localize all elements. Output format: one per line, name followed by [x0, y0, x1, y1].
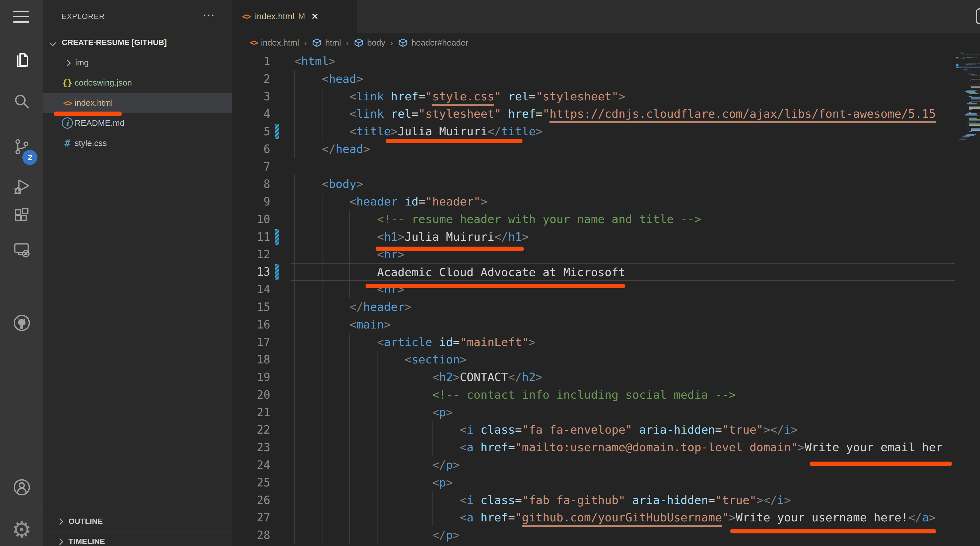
indent-guide [294, 264, 295, 280]
tree-item-index-html[interactable]: <>index.htmlM [43, 93, 232, 113]
code-line[interactable]: <section> [291, 351, 955, 368]
line-number[interactable]: 18 [232, 351, 291, 368]
code-line[interactable]: <link href="style.css" rel="stylesheet"> [291, 88, 955, 105]
code-line[interactable] [291, 158, 955, 175]
code-line[interactable]: <header id="header"> [291, 193, 955, 210]
breadcrumb-label: body [367, 38, 385, 48]
line-number[interactable]: 9 [232, 193, 291, 210]
line-number[interactable]: 2 [232, 70, 291, 88]
line-number[interactable]: 6 [232, 140, 291, 158]
code-line[interactable]: <i class="fab fa-github" aria-hidden="tr… [291, 492, 955, 509]
line-number[interactable]: 16 [232, 316, 291, 334]
line-number[interactable]: 15 [232, 298, 291, 316]
more-actions-icon[interactable]: ⋯ [203, 8, 215, 22]
section-outline[interactable]: OUTLINE [43, 511, 232, 532]
line-number[interactable]: 10 [232, 210, 291, 228]
code-line[interactable]: <body> [291, 175, 955, 193]
activity-item-explorer[interactable] [0, 45, 43, 75]
tab-index-html[interactable]: <> index.html M ✕ [232, 0, 357, 33]
line-number[interactable]: 27 [232, 509, 291, 527]
code-line[interactable]: Academic Cloud Advocate at Microsoft [291, 263, 955, 281]
code-line[interactable]: </header> [291, 298, 955, 316]
code-line[interactable]: <a href="mailto:username@domain.top-leve… [291, 439, 955, 456]
breadcrumb-item[interactable]: <>index.html [250, 38, 299, 48]
line-number[interactable]: 8 [232, 175, 291, 193]
editor-action-icon[interactable] [976, 8, 980, 24]
code-line[interactable]: <h2>CONTACT</h2> [291, 368, 955, 386]
indent-guide [349, 210, 350, 228]
code-line[interactable]: <article id="mainLeft"> [291, 334, 955, 351]
line-number[interactable]: 22 [232, 421, 291, 439]
tree-item-codeswing-json[interactable]: {}codeswing.jsonA [43, 73, 232, 93]
tree-root-folder[interactable]: CREATE-RESUME [GITHUB] [43, 32, 232, 53]
close-icon[interactable]: ✕ [311, 11, 319, 22]
menu-icon[interactable] [13, 11, 29, 27]
activity-item-extensions[interactable] [0, 200, 43, 231]
line-number[interactable]: 17 [232, 334, 291, 351]
editor-gutter[interactable]: 1234567891011121314151617181920212223242… [232, 53, 291, 544]
line-number[interactable]: 14 [232, 281, 291, 298]
code-line[interactable]: <title>Julia Muiruri</title> [291, 123, 955, 140]
line-number[interactable]: 7 [232, 158, 291, 175]
code-line[interactable]: <!-- resume header with your name and ti… [291, 210, 955, 228]
activity-item-source-control[interactable]: 2 [0, 131, 43, 162]
line-number[interactable]: 28 [232, 527, 291, 544]
section-timeline[interactable]: TIMELINE [43, 531, 232, 546]
line-number[interactable]: 21 [232, 404, 291, 421]
indent-guide [349, 334, 350, 351]
line-number[interactable]: 4 [232, 105, 291, 123]
tree-item-img[interactable]: img [43, 53, 232, 73]
activity-item-github[interactable] [0, 307, 43, 338]
breadcrumb-item[interactable]: html [311, 37, 341, 48]
code-line[interactable]: <p> [291, 404, 955, 421]
activity-item-remote-explorer[interactable] [0, 235, 43, 266]
line-number[interactable]: 24 [232, 456, 291, 474]
line-number[interactable]: 19 [232, 368, 291, 386]
code-line[interactable]: <!-- contact info including social media… [291, 386, 955, 404]
indent-guide [322, 105, 323, 123]
code-line[interactable]: <hr> [291, 281, 955, 298]
code-line[interactable]: <link rel="stylesheet" href="https://cdn… [291, 105, 955, 123]
code-pane[interactable]: <html> <head> <link href="style.css" rel… [291, 53, 955, 546]
code-line[interactable]: <p> [291, 474, 955, 492]
code-line[interactable]: <i class="fa fa-envelope" aria-hidden="t… [291, 421, 955, 439]
minimap-line [967, 103, 977, 104]
minimap-line [961, 138, 968, 138]
minimap-line [969, 118, 977, 119]
breadcrumb-item[interactable]: header#header [398, 37, 468, 48]
breadcrumb: <>index.html›html›body›header#header [232, 33, 980, 53]
code-line[interactable]: <main> [291, 316, 955, 334]
explorer-sidebar: EXPLORER ⋯ CREATE-RESUME [GITHUB]img{}co… [43, 0, 232, 546]
indent-guide [294, 193, 295, 210]
modified-line-indicator [275, 229, 278, 245]
tab-strip: <> index.html M ✕ [232, 0, 980, 33]
line-number[interactable]: 3 [232, 88, 291, 105]
line-number[interactable]: 26 [232, 492, 291, 509]
minimap-modified-marker [956, 67, 958, 68]
line-number[interactable]: 5 [232, 123, 291, 140]
activity-item-account[interactable] [0, 472, 43, 503]
line-number[interactable]: 12 [232, 246, 291, 263]
activity-item-settings[interactable]: ⚙ [0, 514, 43, 545]
minimap-line [969, 121, 980, 121]
indent-guide [377, 439, 377, 456]
activity-item-search[interactable] [0, 86, 43, 117]
breadcrumb-item[interactable]: body [353, 37, 385, 48]
code-line[interactable]: <h1>Julia Muiruri</h1> [291, 228, 955, 246]
code-line[interactable]: <a href="github.com/yourGitHubUsername">… [291, 509, 955, 527]
sidebar-title: EXPLORER [62, 12, 105, 21]
indent-guide [405, 439, 405, 456]
section-label: OUTLINE [68, 517, 103, 526]
code-line[interactable]: <head> [291, 70, 955, 88]
line-number[interactable]: 25 [232, 474, 291, 492]
tree-item-style-css[interactable]: #style.css [43, 133, 232, 153]
line-number[interactable]: 23 [232, 439, 291, 456]
minimap-line [969, 109, 972, 110]
line-number[interactable]: 11 [232, 228, 291, 246]
line-number[interactable]: 1 [232, 53, 291, 70]
line-number[interactable]: 13 [232, 263, 291, 281]
line-number[interactable]: 20 [232, 386, 291, 404]
activity-item-run-debug[interactable] [0, 171, 43, 202]
minimap[interactable]: <html> <head> <link href="style.css" rel… [956, 52, 980, 247]
code-line[interactable]: <html> [291, 53, 955, 70]
